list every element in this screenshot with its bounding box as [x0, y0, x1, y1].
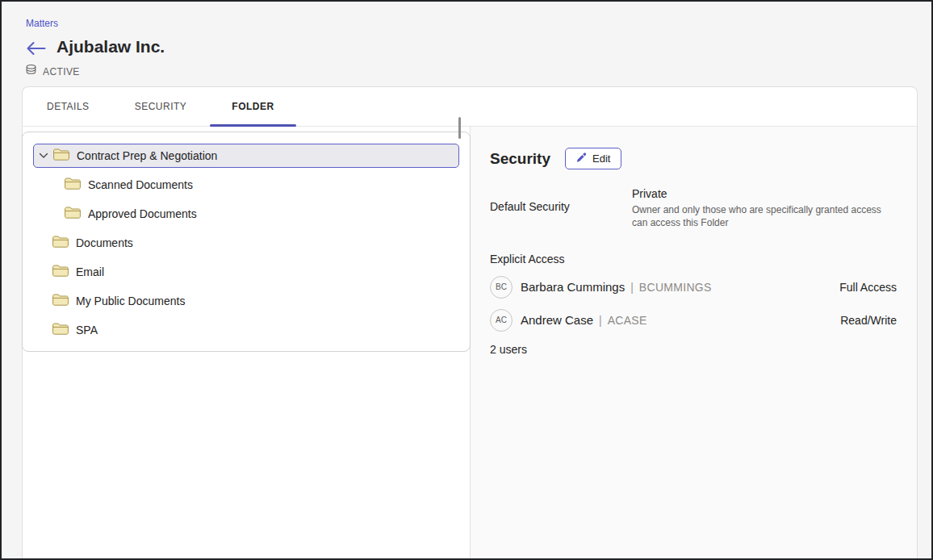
explicit-access-label: Explicit Access — [490, 253, 897, 265]
tab-details[interactable]: DETAILS — [24, 87, 112, 126]
avatar: AC — [490, 309, 513, 332]
tab-folder[interactable]: FOLDER — [209, 87, 296, 126]
scrollbar-thumb[interactable] — [458, 117, 461, 139]
page-title: Ajubalaw Inc. — [56, 37, 165, 56]
default-security-value-block: Private Owner and only those who are spe… — [632, 187, 897, 229]
edit-button-label: Edit — [592, 153, 610, 165]
tree-item-contract-prep[interactable]: Contract Prep & Negotiation — [33, 144, 459, 168]
default-security-row: Default Security Private Owner and only … — [490, 187, 897, 229]
pencil-icon — [576, 153, 587, 165]
user-username: BCUMMINGS — [639, 281, 712, 294]
name-username-separator: | — [630, 281, 634, 294]
tree-item-my-public-documents[interactable]: My Public Documents — [33, 286, 459, 316]
status-label: ACTIVE — [43, 66, 80, 77]
tree-item-label: Approved Documents — [88, 207, 197, 220]
matter-card: DETAILS SECURITY FOLDER Contract Prep — [22, 86, 918, 560]
user-row-barbara-cummings[interactable]: BC Barbara Cummings | BCUMMINGS Full Acc… — [490, 270, 897, 303]
user-access-level: Read/Write — [840, 314, 897, 327]
tree-item-label: Email — [76, 265, 104, 278]
tree-item-label: Scanned Documents — [88, 178, 193, 191]
status-badge: ACTIVE — [25, 64, 80, 79]
tree-item-label: My Public Documents — [76, 295, 185, 307]
chevron-down-icon[interactable] — [39, 153, 53, 159]
users-count: 2 users — [490, 343, 897, 356]
user-name: Barbara Cummings — [521, 280, 625, 294]
tree-item-label: Contract Prep & Negotiation — [77, 149, 217, 162]
user-username: ACASE — [608, 314, 647, 327]
tree-item-approved-documents[interactable]: Approved Documents — [33, 199, 459, 228]
tree-item-scanned-documents[interactable]: Scanned Documents — [33, 170, 459, 199]
breadcrumb-matters-link[interactable]: Matters — [26, 18, 58, 29]
folder-icon — [52, 323, 69, 337]
folder-icon — [52, 236, 69, 250]
folder-icon — [65, 207, 81, 221]
status-database-icon — [25, 64, 37, 79]
folder-icon — [52, 265, 69, 279]
folder-tree-pane: Contract Prep & Negotiation Scanned Docu… — [23, 127, 471, 560]
user-access-level: Full Access — [839, 281, 897, 294]
tree-item-label: Documents — [76, 236, 133, 249]
tree-item-spa[interactable]: SPA — [33, 316, 459, 345]
tab-bar: DETAILS SECURITY FOLDER — [23, 87, 917, 127]
folder-tab-content: Contract Prep & Negotiation Scanned Docu… — [23, 127, 917, 560]
name-username-separator: | — [599, 314, 602, 327]
folder-tree: Contract Prep & Negotiation Scanned Docu… — [22, 132, 471, 352]
folder-icon — [52, 294, 69, 308]
user-row-andrew-case[interactable]: AC Andrew Case | ACASE Read/Write — [490, 303, 897, 336]
default-security-label: Default Security — [490, 187, 632, 229]
folder-icon — [53, 148, 69, 163]
user-name: Andrew Case — [521, 313, 593, 327]
matter-window: Matters Ajubalaw Inc. ACTIVE DETAILS SEC… — [0, 0, 933, 560]
edit-button[interactable]: Edit — [565, 148, 621, 169]
avatar: BC — [490, 276, 513, 299]
default-security-description: Owner and only those who are specificall… — [632, 203, 897, 229]
security-panel: Security Edit Default Security Private O… — [471, 127, 917, 560]
tab-security[interactable]: SECURITY — [112, 87, 210, 126]
security-heading: Security — [490, 150, 550, 168]
tree-item-email[interactable]: Email — [33, 257, 459, 286]
tree-item-documents[interactable]: Documents — [33, 228, 459, 257]
back-arrow-icon[interactable] — [25, 40, 47, 57]
explicit-access-list: BC Barbara Cummings | BCUMMINGS Full Acc… — [490, 270, 897, 336]
tree-item-label: SPA — [76, 324, 98, 336]
default-security-value: Private — [632, 187, 897, 200]
folder-icon — [65, 178, 81, 192]
